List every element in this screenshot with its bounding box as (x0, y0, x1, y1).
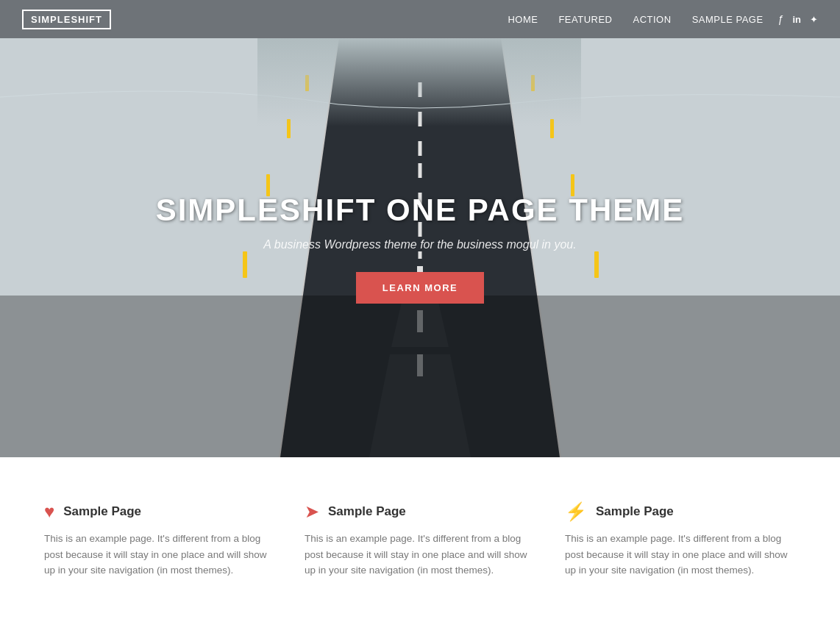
nav-sample-page[interactable]: SAMPLE PAGE (692, 14, 764, 25)
nav-home[interactable]: HOME (508, 14, 538, 25)
nav-featured[interactable]: FEATURED (558, 14, 612, 25)
feature-title-1: Sample Page (63, 504, 141, 519)
feature-title-3: Sample Page (596, 504, 674, 519)
svg-rect-20 (257, 38, 581, 126)
plane-icon: ➤ (305, 501, 319, 522)
hero-content: SIMPLESHIFT ONE PAGE THEME A business Wo… (156, 193, 685, 304)
feature-text-3: This is an example page. It's different … (565, 531, 796, 579)
feature-item-3: ⚡ Sample Page This is an example page. I… (565, 501, 796, 579)
features-section: ♥ Sample Page This is an example page. I… (0, 457, 840, 601)
feature-header-1: ♥ Sample Page (44, 501, 275, 522)
svg-rect-19 (0, 296, 840, 457)
social-links: ƒ in ✦ (778, 13, 818, 25)
feature-text-2: This is an example page. It's different … (305, 531, 535, 579)
heart-icon: ♥ (44, 501, 54, 522)
facebook-icon[interactable]: ƒ (778, 13, 784, 25)
feature-item-1: ♥ Sample Page This is an example page. I… (44, 501, 275, 579)
hero-title: SIMPLESHIFT ONE PAGE THEME (156, 193, 685, 228)
bolt-icon: ⚡ (565, 501, 587, 522)
nav-links: HOME FEATURED ACTION SAMPLE PAGE (508, 14, 763, 25)
site-logo[interactable]: SIMPLESHIFT (22, 10, 111, 29)
nav-action[interactable]: ACTION (633, 14, 672, 25)
hero-section: SIMPLESHIFT ONE PAGE THEME A business Wo… (0, 38, 840, 457)
feature-header-3: ⚡ Sample Page (565, 501, 796, 522)
twitter-icon[interactable]: ✦ (810, 14, 818, 25)
navbar: SIMPLESHIFT HOME FEATURED ACTION SAMPLE … (0, 0, 840, 38)
learn-more-button[interactable]: LEARN MORE (356, 272, 484, 304)
feature-header-2: ➤ Sample Page (305, 501, 535, 522)
feature-title-2: Sample Page (328, 504, 406, 519)
feature-item-2: ➤ Sample Page This is an example page. I… (305, 501, 535, 579)
hero-subtitle: A business Wordpress theme for the busin… (156, 238, 685, 251)
linkedin-icon[interactable]: in (792, 14, 801, 25)
feature-text-1: This is an example page. It's different … (44, 531, 275, 579)
